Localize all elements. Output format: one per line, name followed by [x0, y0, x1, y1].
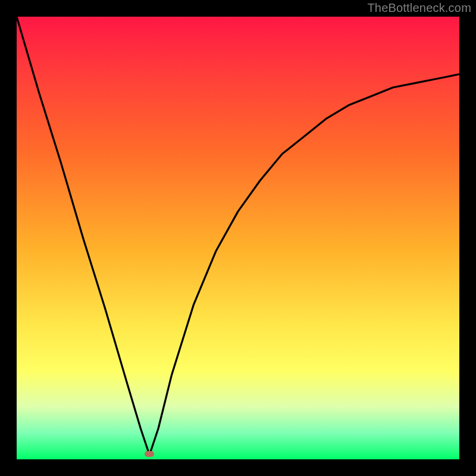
optimum-marker — [145, 451, 154, 457]
plot-area — [17, 17, 459, 459]
curve-path — [17, 17, 459, 455]
attribution-label: TheBottleneck.com — [367, 1, 471, 15]
chart-frame: TheBottleneck.com — [0, 0, 476, 476]
bottleneck-curve — [17, 17, 459, 459]
